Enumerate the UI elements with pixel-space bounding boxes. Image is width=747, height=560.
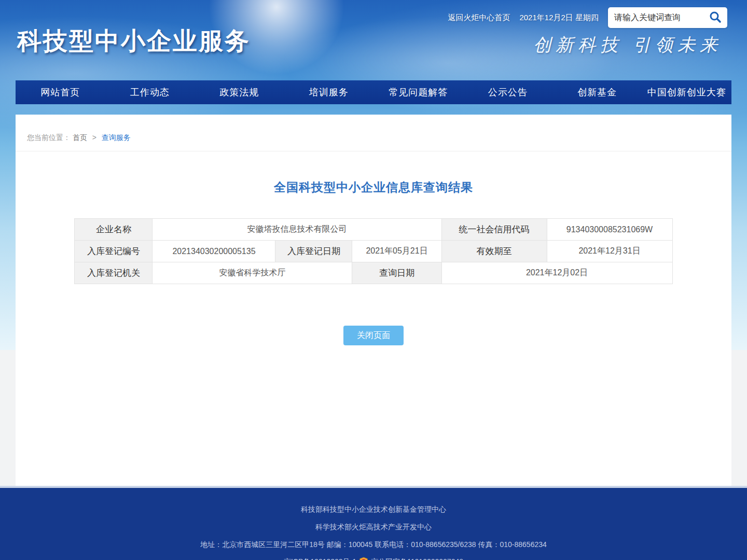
public-security-emblem-icon [359, 557, 368, 560]
nav-item-innovation-fund[interactable]: 创新基金 [552, 80, 642, 104]
value-registration-date: 2021年05月21日 [352, 241, 441, 262]
label-registration-authority: 入库登记机关 [75, 262, 153, 284]
footer-org-line-1: 科技部科技型中小企业技术创新基金管理中心 [0, 505, 747, 514]
label-valid-until: 有效期至 [441, 241, 547, 262]
main-navigation: 网站首页 工作动态 政策法规 培训服务 常见问题解答 公示公告 创新基金 中国创… [16, 80, 731, 104]
value-registration-number: 202134030200005135 [153, 241, 275, 262]
label-credit-code: 统一社会信用代码 [441, 219, 547, 241]
icp-record-link[interactable]: 京ICP备13019302号-1 [284, 557, 356, 560]
breadcrumb-separator: > [92, 133, 96, 142]
nav-item-training[interactable]: 培训服务 [284, 80, 374, 104]
search-button[interactable] [708, 9, 723, 26]
value-registration-authority: 安徽省科学技术厅 [153, 262, 352, 284]
nav-item-work-trends[interactable]: 工作动态 [105, 80, 195, 104]
footer-record-line: 京ICP备13019302号-1 京公网安备11010202007048 [0, 557, 747, 560]
label-company-name: 企业名称 [75, 219, 153, 241]
close-page-button[interactable]: 关闭页面 [343, 326, 404, 345]
site-title[interactable]: 科技型中小企业服务 [17, 25, 251, 58]
top-utility-bar: 返回火炬中心首页 2021年12月2日 星期四 [448, 7, 727, 28]
back-to-torch-center-link[interactable]: 返回火炬中心首页 [448, 13, 510, 23]
breadcrumb-prefix: 您当前位置： [27, 133, 71, 142]
footer-org-line-2: 科学技术部火炬高技术产业开发中心 [0, 523, 747, 532]
table-row: 入库登记编号 202134030200005135 入库登记日期 2021年05… [75, 241, 672, 262]
page-title: 全国科技型中小企业信息库查询结果 [16, 179, 731, 195]
table-row: 企业名称 安徽塔孜信息技术有限公司 统一社会信用代码 9134030008523… [75, 219, 672, 241]
search-icon [709, 10, 722, 25]
label-registration-date: 入库登记日期 [275, 241, 352, 262]
search-input[interactable] [614, 13, 708, 22]
value-company-name: 安徽塔孜信息技术有限公司 [153, 219, 441, 241]
value-query-date: 2021年12月02日 [441, 262, 672, 284]
breadcrumb-current-link[interactable]: 查询服务 [102, 133, 131, 142]
nav-item-home[interactable]: 网站首页 [16, 80, 105, 104]
header-slogan: 创新科技 引领未来 [533, 33, 722, 57]
public-security-record-link[interactable]: 京公网安备11010202007048 [371, 557, 463, 560]
page: 科技型中小企业服务 创新科技 引领未来 返回火炬中心首页 2021年12月2日 … [0, 0, 747, 560]
value-credit-code: 91340300085231069W [547, 219, 672, 241]
breadcrumb-home-link[interactable]: 首页 [73, 133, 87, 142]
table-row: 入库登记机关 安徽省科学技术厅 查询日期 2021年12月02日 [75, 262, 672, 284]
footer: 科技部科技型中小企业技术创新基金管理中心 科学技术部火炬高技术产业开发中心 地址… [0, 486, 747, 560]
footer-contact-line: 地址：北京市西城区三里河二区甲18号 邮编：100045 联系电话：010-88… [0, 540, 747, 550]
label-registration-number: 入库登记编号 [75, 241, 153, 262]
nav-item-innovation-contest[interactable]: 中国创新创业大赛 [642, 80, 732, 104]
search-box[interactable] [608, 7, 727, 28]
breadcrumb: 您当前位置： 首页 > 查询服务 [16, 115, 731, 151]
content-card: 您当前位置： 首页 > 查询服务 全国科技型中小企业信息库查询结果 企业名称 安… [16, 115, 731, 486]
nav-item-faq[interactable]: 常见问题解答 [374, 80, 463, 104]
nav-item-announcements[interactable]: 公示公告 [463, 80, 553, 104]
query-result-table: 企业名称 安徽塔孜信息技术有限公司 统一社会信用代码 9134030008523… [74, 218, 672, 284]
current-date: 2021年12月2日 星期四 [519, 13, 599, 23]
label-query-date: 查询日期 [352, 262, 441, 284]
value-valid-until: 2021年12月31日 [547, 241, 672, 262]
nav-item-policies[interactable]: 政策法规 [195, 80, 284, 104]
